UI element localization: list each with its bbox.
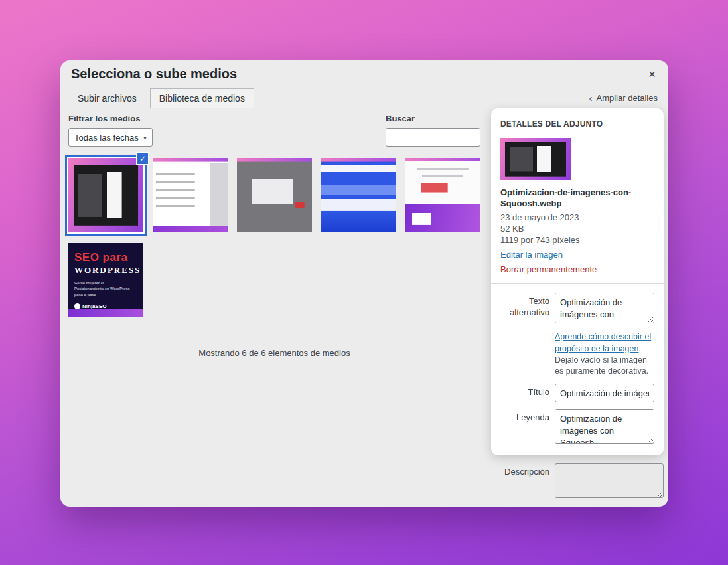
media-library-panel: Filtrar los medios Todas las fechas ▾ Bu…: [68, 114, 480, 358]
media-thumbnail-editor-page: [153, 158, 228, 232]
media-toolbar: Filtrar los medios Todas las fechas ▾ Bu…: [68, 114, 480, 147]
modal-tabs: Subir archivos Biblioteca de medios: [68, 88, 254, 108]
media-thumbnail-landing-page: [405, 158, 480, 232]
description-label: Descripción: [491, 463, 549, 501]
details-divider: [491, 283, 664, 284]
media-item-5[interactable]: [405, 158, 480, 232]
edit-image-link[interactable]: Editar la imagen: [500, 250, 563, 260]
title-row: Título: [500, 384, 654, 402]
alt-help-spacer: [500, 333, 549, 377]
banner-title-line1: SEO para: [74, 251, 128, 264]
media-thumbnail-squoosh: [68, 158, 143, 232]
details-heading: DETALLES DEL ADJUNTO: [500, 120, 654, 129]
showing-count-text: Mostrando 6 de 6 elementos de medios: [68, 348, 480, 358]
alt-text-row: Texto alternativo Optimización de imágen…: [500, 293, 654, 326]
ninjaseo-logo-icon: [74, 303, 80, 309]
media-item-squoosh-selected[interactable]: ✓: [68, 158, 143, 232]
chevron-down-icon: ▾: [143, 134, 147, 141]
search-stack: Buscar: [386, 114, 480, 147]
caption-row: Leyenda Optimización de imágenes con Squ…: [500, 409, 654, 446]
page-title: Selecciona o sube medios: [71, 66, 237, 82]
attachment-filename: Optimizacion-de-imagenes-con-Squoosh.web…: [500, 187, 654, 210]
attachment-date: 23 de mayo de 2023: [500, 212, 654, 224]
alt-text-label: Texto alternativo: [500, 293, 549, 326]
description-textarea[interactable]: [555, 463, 664, 498]
filter-label: Filtrar los medios: [68, 114, 153, 123]
tab-media-library[interactable]: Biblioteca de medios: [150, 88, 254, 108]
media-item-6[interactable]: SEO para WordPress Como Mejorar el Posic…: [68, 243, 143, 317]
alt-help-link[interactable]: Aprende cómo describir el propósito de l…: [555, 332, 651, 353]
media-modal: Selecciona o sube medios × Subir archivo…: [60, 60, 668, 507]
attachment-details-column: DETALLES DEL ADJUNTO Optimizacion-de-ima…: [491, 108, 664, 507]
caption-textarea[interactable]: Optimización de imágenes con Squoosh: [555, 409, 654, 444]
attachment-dimensions: 1119 por 743 píxeles: [500, 235, 654, 246]
expand-details-label: Ampliar detalles: [597, 93, 658, 103]
search-input[interactable]: [386, 128, 480, 147]
check-icon: ✓: [136, 152, 149, 165]
attachment-preview-image: [500, 138, 571, 180]
expand-details-button[interactable]: ‹ Ampliar detalles: [589, 93, 658, 103]
media-item-4[interactable]: [321, 158, 396, 232]
alt-help-row: Aprende cómo describir el propósito de l…: [500, 333, 654, 377]
media-thumbnail-dialog-page: [237, 158, 312, 232]
description-row: Descripción: [491, 463, 664, 501]
title-label: Título: [500, 384, 549, 402]
media-thumbnail-seo-banner: SEO para WordPress Como Mejorar el Posic…: [68, 243, 143, 317]
media-thumbnail-blue-page: [321, 158, 396, 232]
alt-text-textarea[interactable]: Optimización de imágenes con Squoosh: [555, 293, 654, 323]
additional-fields: Descripción URL del archivo:: [491, 463, 664, 507]
media-grid: ✓ SEO para WordPress Como Mejorar el Pos…: [68, 158, 480, 317]
search-label: Buscar: [386, 114, 480, 123]
chevron-left-icon: ‹: [589, 93, 593, 103]
filter-stack: Filtrar los medios Todas las fechas ▾: [68, 114, 153, 147]
media-item-2[interactable]: [153, 158, 228, 232]
title-input[interactable]: [555, 384, 654, 402]
banner-title-line2: WordPress: [74, 265, 141, 276]
date-filter-select[interactable]: Todas las fechas ▾: [68, 128, 153, 147]
delete-permanently-link[interactable]: Borrar permanentemente: [500, 264, 597, 274]
banner-subtitle: Como Mejorar el Posicionamiento en WordP…: [74, 280, 130, 298]
attachment-details-card: DETALLES DEL ADJUNTO Optimizacion-de-ima…: [491, 108, 664, 455]
banner-brand: NinjaSEO: [74, 303, 106, 309]
date-filter-value: Todas las fechas: [74, 133, 139, 143]
attachment-filesize: 52 KB: [500, 224, 654, 235]
caption-label: Leyenda: [500, 409, 549, 446]
alt-help-text: Aprende cómo describir el propósito de l…: [555, 331, 654, 377]
tab-upload-files[interactable]: Subir archivos: [68, 88, 146, 108]
banner-brand-name: NinjaSEO: [82, 303, 106, 309]
media-item-3[interactable]: [237, 158, 312, 232]
close-icon[interactable]: ×: [642, 64, 662, 84]
